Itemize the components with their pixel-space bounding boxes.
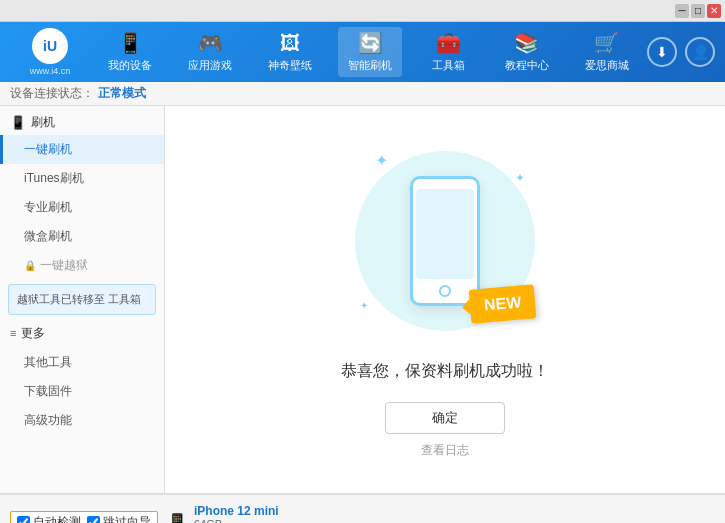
maximize-button[interactable]: □ <box>691 4 705 18</box>
main-content: 📱 刷机 一键刷机 iTunes刷机 专业刷机 微盒刷机 🔒 一键越狱 越狱工具… <box>0 106 725 493</box>
logo-url: www.i4.cn <box>30 66 71 76</box>
sparkle-3: ✦ <box>360 300 368 311</box>
skip-wizard-checkbox[interactable] <box>87 516 100 523</box>
flash-icon: 🔄 <box>358 31 383 55</box>
nav-bar: iU www.i4.cn 📱 我的设备 🎮 应用游戏 🖼 神奇壁纸 🔄 智能刷机… <box>0 22 725 82</box>
nav-device-label: 我的设备 <box>108 58 152 73</box>
auto-detect-text: 自动检测 <box>33 514 81 523</box>
skip-wizard-text: 跳过向导 <box>103 514 151 523</box>
sparkle-2: ✦ <box>515 171 525 185</box>
nav-smart-flash[interactable]: 🔄 智能刷机 <box>338 27 402 77</box>
nav-items: 📱 我的设备 🎮 应用游戏 🖼 神奇壁纸 🔄 智能刷机 🧰 工具箱 📚 教程中心… <box>90 27 647 77</box>
logo-circle: iU <box>32 28 68 64</box>
nav-tutorials[interactable]: 📚 教程中心 <box>495 27 559 77</box>
sidebar-flash-section: 📱 刷机 <box>0 106 164 135</box>
nav-istore[interactable]: 🛒 爱思商城 <box>575 27 639 77</box>
sidebar-item-downgrade-flash[interactable]: 微盒刷机 <box>0 222 164 251</box>
skip-wizard-label[interactable]: 跳过向导 <box>87 514 151 523</box>
nav-flash-label: 智能刷机 <box>348 58 392 73</box>
sidebar-item-other-tools[interactable]: 其他工具 <box>0 348 164 377</box>
user-button[interactable]: 👤 <box>685 37 715 67</box>
device-name: iPhone 12 mini <box>194 504 283 518</box>
sidebar-item-pro-flash[interactable]: 专业刷机 <box>0 193 164 222</box>
nav-tutorials-label: 教程中心 <box>505 58 549 73</box>
download-button[interactable]: ⬇ <box>647 37 677 67</box>
close-button[interactable]: ✕ <box>707 4 721 18</box>
phone-illustration: ✦ ✦ ✦ NEW <box>345 141 545 341</box>
nav-tools-label: 工具箱 <box>432 58 465 73</box>
sidebar-jailbreak-note: 越狱工具已转移至 工具箱 <box>8 284 156 315</box>
device-storage: 64GB <box>194 518 283 524</box>
sidebar-item-download-firmware[interactable]: 下载固件 <box>0 377 164 406</box>
minimize-button[interactable]: ─ <box>675 4 689 18</box>
phone-shape <box>410 176 480 306</box>
sparkle-1: ✦ <box>375 151 388 170</box>
sidebar-locked-jailbreak: 🔒 一键越狱 <box>0 251 164 280</box>
store-icon: 🛒 <box>594 31 619 55</box>
sidebar: 📱 刷机 一键刷机 iTunes刷机 专业刷机 微盒刷机 🔒 一键越狱 越狱工具… <box>0 106 165 493</box>
status-value: 正常模式 <box>98 85 146 102</box>
phone-home-button <box>439 285 451 297</box>
flash-section-label: 刷机 <box>31 114 55 131</box>
apps-icon: 🎮 <box>198 31 223 55</box>
tutorials-icon: 📚 <box>514 31 539 55</box>
nav-apps-games[interactable]: 🎮 应用游戏 <box>178 27 242 77</box>
sidebar-item-one-click-flash[interactable]: 一键刷机 <box>0 135 164 164</box>
sidebar-more-section: ≡ 更多 <box>0 319 164 348</box>
more-icon: ≡ <box>10 327 16 339</box>
locked-label: 一键越狱 <box>40 257 88 274</box>
flash-section-icon: 📱 <box>10 115 26 130</box>
sidebar-item-advanced[interactable]: 高级功能 <box>0 406 164 435</box>
checkbox-group: 自动检测 跳过向导 <box>10 511 158 523</box>
device-info-section: 📱 iPhone 12 mini 64GB Down-12mini-13,1 <box>166 504 283 524</box>
title-bar: ─ □ ✕ <box>0 0 725 22</box>
device-icon: 📱 <box>118 31 143 55</box>
new-badge: NEW <box>468 284 536 324</box>
status-bar: 设备连接状态： 正常模式 <box>0 82 725 106</box>
nav-my-device[interactable]: 📱 我的设备 <box>98 27 162 77</box>
auto-detect-label[interactable]: 自动检测 <box>17 514 81 523</box>
device-phone-icon: 📱 <box>166 512 188 524</box>
auto-detect-checkbox[interactable] <box>17 516 30 523</box>
nav-wallpaper[interactable]: 🖼 神奇壁纸 <box>258 28 322 77</box>
confirm-button[interactable]: 确定 <box>385 402 505 434</box>
success-text: 恭喜您，保资料刷机成功啦！ <box>341 361 549 382</box>
wallpaper-icon: 🖼 <box>280 32 300 55</box>
content-area: ✦ ✦ ✦ NEW 恭喜您，保资料刷机成功啦！ 确定 查看日志 <box>165 106 725 493</box>
more-label: 更多 <box>21 325 45 342</box>
nav-right-actions: ⬇ 👤 <box>647 37 715 67</box>
device-details: iPhone 12 mini 64GB Down-12mini-13,1 <box>194 504 283 524</box>
sidebar-item-itunes-flash[interactable]: iTunes刷机 <box>0 164 164 193</box>
nav-apps-label: 应用游戏 <box>188 58 232 73</box>
app-logo[interactable]: iU www.i4.cn <box>10 28 90 76</box>
phone-screen <box>416 189 474 279</box>
lock-icon: 🔒 <box>24 260 36 271</box>
nav-store-label: 爱思商城 <box>585 58 629 73</box>
status-label: 设备连接状态： <box>10 85 94 102</box>
nav-tools[interactable]: 🧰 工具箱 <box>419 27 479 77</box>
tools-icon: 🧰 <box>436 31 461 55</box>
view-log-link[interactable]: 查看日志 <box>421 442 469 459</box>
nav-wallpaper-label: 神奇壁纸 <box>268 58 312 73</box>
